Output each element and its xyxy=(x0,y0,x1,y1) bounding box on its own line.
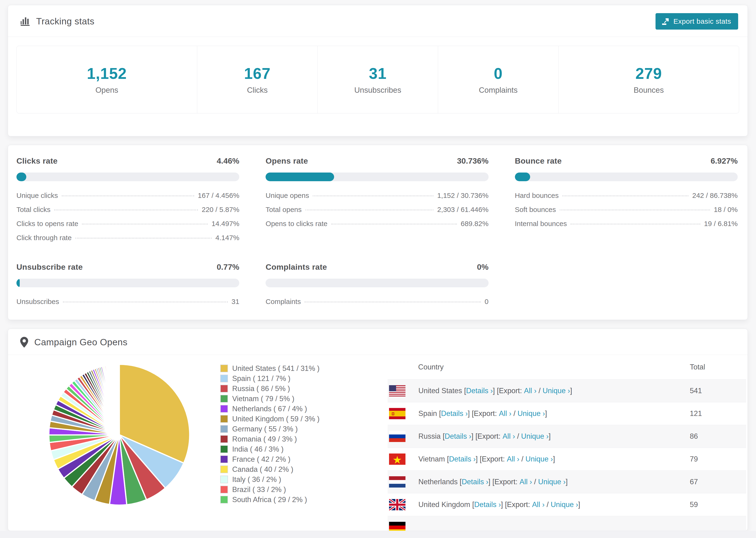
geo-table-country-cell: Netherlands [Details ›] [Export: All › /… xyxy=(388,476,690,488)
rate-head: Unsubscribe rate0.77% xyxy=(17,262,239,272)
export-unique-link[interactable]: Unique › xyxy=(538,478,566,486)
dotted-leader xyxy=(560,210,710,210)
geo-table-header-country: Country xyxy=(388,363,690,371)
geo-table-row: United States [Details ›] [Export: All ›… xyxy=(388,379,746,402)
rate-row-label: Total clicks xyxy=(17,206,50,214)
export-all-link[interactable]: All › xyxy=(499,409,512,418)
legend-item-india[interactable]: India ( 46 / 3% ) xyxy=(220,444,320,454)
dotted-leader xyxy=(331,224,457,224)
summary-stats-row: 1,152Opens167Clicks31Unsubscribes0Compla… xyxy=(17,46,739,113)
details-link[interactable]: Details › xyxy=(445,432,471,441)
legend-label: Romania ( 49 / 3% ) xyxy=(232,435,297,443)
export-unique-link[interactable]: Unique › xyxy=(551,501,578,509)
legend-item-netherlands[interactable]: Netherlands ( 67 / 4% ) xyxy=(220,404,320,414)
legend-swatch xyxy=(220,435,228,443)
legend-item-france[interactable]: France ( 42 / 2% ) xyxy=(220,454,320,464)
rate-row-value: 0 xyxy=(485,297,489,306)
rate-head: Opens rate30.736% xyxy=(266,156,488,166)
slash: / xyxy=(519,455,525,463)
legend-swatch xyxy=(220,385,228,393)
geo-table-row: United Kingdom [Details ›] [Export: All … xyxy=(388,493,746,516)
legend-swatch xyxy=(220,465,228,473)
geo-table-row: Vietnam [Details ›] [Export: All › / Uni… xyxy=(388,448,746,470)
rate-row-value: 2,303 / 61.446% xyxy=(437,206,489,214)
slash: / xyxy=(536,387,543,395)
legend-item-south-africa[interactable]: South Africa ( 29 / 2% ) xyxy=(220,495,320,505)
slash: / xyxy=(512,409,517,418)
rate-row-label: Clicks to opens rate xyxy=(17,220,78,228)
export-all-link[interactable]: All › xyxy=(503,432,515,441)
rate-row-label: Unique opens xyxy=(266,191,309,199)
rate-rows: Unsubscribes31 xyxy=(17,297,239,306)
legend-item-vietnam[interactable]: Vietnam ( 79 / 5% ) xyxy=(220,394,320,404)
dotted-leader xyxy=(570,224,700,224)
stat-value: 31 xyxy=(369,65,387,82)
rate-row: Opens to clicks rate689.82% xyxy=(266,220,488,228)
bracket: ] xyxy=(578,501,580,509)
legend-item-brazil[interactable]: Brazil ( 33 / 2% ) xyxy=(220,484,320,495)
rate-row: Hard bounces242 / 86.738% xyxy=(515,191,738,199)
legend-label: Vietnam ( 79 / 5% ) xyxy=(232,395,295,403)
dotted-leader xyxy=(75,238,212,239)
geo-pie-chart[interactable] xyxy=(44,360,194,510)
rates-grid: Clicks rate4.46%Unique clicks167 / 4.456… xyxy=(8,145,747,306)
stat-label: Complaints xyxy=(479,86,517,95)
rate-block-bounce-rate: Bounce rate6.927%Hard bounces242 / 86.73… xyxy=(515,156,738,242)
country-name: United Kingdom xyxy=(418,501,472,509)
rate-row: Unsubscribes31 xyxy=(17,297,239,306)
rate-value: 30.736% xyxy=(457,156,488,166)
legend-item-spain[interactable]: Spain ( 121 / 7% ) xyxy=(220,373,320,384)
rate-row: Clicks to opens rate14.497% xyxy=(17,220,239,228)
export-all-link[interactable]: All › xyxy=(532,501,544,509)
progress-bar xyxy=(266,173,488,181)
country-name: United States xyxy=(418,387,464,395)
bracket: [ xyxy=(460,478,462,486)
progress-bar xyxy=(515,173,738,181)
legend-item-romania[interactable]: Romania ( 49 / 3% ) xyxy=(220,434,320,444)
export-unique-link[interactable]: Unique › xyxy=(521,432,549,441)
export-unique-link[interactable]: Unique › xyxy=(543,387,570,395)
rate-block-opens-rate: Opens rate30.736%Unique opens1,152 / 30.… xyxy=(266,156,488,242)
export-all-link[interactable]: All › xyxy=(524,387,536,395)
bracket: ] xyxy=(553,455,555,463)
details-link[interactable]: Details › xyxy=(461,478,488,486)
export-all-link[interactable]: All › xyxy=(507,455,519,463)
tracking-stats-card: Tracking stats Export basic stats 1,152O… xyxy=(8,5,748,136)
tracking-stats-title: Tracking stats xyxy=(20,16,94,27)
dotted-leader xyxy=(313,195,433,196)
export-unique-link[interactable]: Unique › xyxy=(525,455,553,463)
rate-title: Unsubscribe rate xyxy=(17,262,83,272)
slash: / xyxy=(532,478,538,486)
geo-table-row: Spain [Details ›] [Export: All › / Uniqu… xyxy=(388,402,746,425)
legend-swatch xyxy=(220,425,228,433)
legend-item-russia[interactable]: Russia ( 86 / 5% ) xyxy=(220,384,320,394)
stat-value: 0 xyxy=(494,65,503,82)
export-unique-link[interactable]: Unique › xyxy=(517,409,545,418)
legend-label: South Africa ( 29 / 2% ) xyxy=(232,496,307,504)
rate-row: Unique opens1,152 / 30.736% xyxy=(266,191,488,199)
slash: / xyxy=(515,432,521,441)
export-basic-stats-button[interactable]: Export basic stats xyxy=(656,13,738,29)
geo-table-total-cell: 59 xyxy=(690,501,746,509)
legend-item-italy[interactable]: Italy ( 36 / 2% ) xyxy=(220,474,320,484)
flag-icon-vn xyxy=(389,454,418,465)
legend-item-united-states[interactable]: United States ( 541 / 31% ) xyxy=(220,363,320,373)
legend-item-united-kingdom[interactable]: United Kingdom ( 59 / 3% ) xyxy=(220,414,320,424)
stat-value: 167 xyxy=(244,65,270,82)
pie-slice[interactable] xyxy=(119,364,119,435)
details-link[interactable]: Details › xyxy=(449,455,476,463)
details-link[interactable]: Details › xyxy=(466,387,493,395)
export-all-link[interactable]: All › xyxy=(519,478,532,486)
bracket: ] [Export: xyxy=(501,501,532,509)
dotted-leader xyxy=(54,210,198,210)
location-pin-icon xyxy=(20,337,28,348)
details-link[interactable]: Details › xyxy=(474,501,501,509)
geo-table: CountryTotalUnited States [Details ›] [E… xyxy=(388,355,746,531)
legend-item-germany[interactable]: Germany ( 55 / 3% ) xyxy=(220,424,320,434)
progress-bar xyxy=(17,279,239,287)
flag-icon-ru xyxy=(389,431,418,442)
legend-label: France ( 42 / 2% ) xyxy=(232,455,291,463)
legend-item-canada[interactable]: Canada ( 40 / 2% ) xyxy=(220,464,320,474)
rate-row-label: Internal bounces xyxy=(515,220,567,228)
details-link[interactable]: Details › xyxy=(441,409,468,418)
